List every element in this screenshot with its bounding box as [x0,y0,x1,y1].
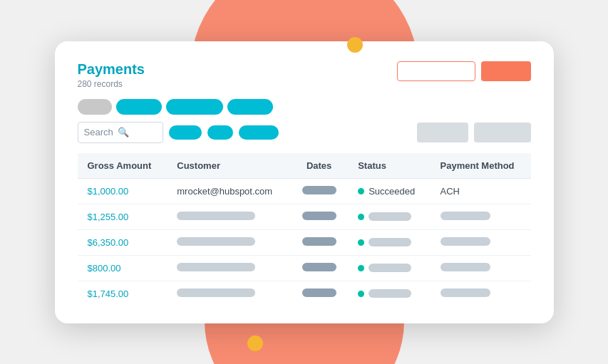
cell-customer: mrocket@hubspot.com [167,178,290,204]
filter-left: Search 🔍 [78,122,279,143]
gold-dot-bottom [247,336,263,351]
page-title: Payments [78,61,145,78]
search-icon: 🔍 [118,127,129,137]
col-customer: Customer [167,153,290,179]
cell-amount[interactable]: $800.00 [78,255,168,281]
cell-payment-method: ACH [431,178,531,204]
filter-button-2[interactable] [474,123,531,142]
tab-all[interactable] [78,99,112,115]
cell-date [290,255,348,281]
gold-dot-top [347,37,363,53]
cell-date [290,178,348,204]
table-row: $1,255.00 [78,204,531,229]
filter-bar: Search 🔍 [78,122,531,143]
cell-status: Succeeded [348,178,430,204]
search-box[interactable]: Search 🔍 [78,122,163,143]
table-row: $6,350.00 [78,229,531,255]
table-body: $1,000.00mrocket@hubspot.comSucceededACH… [78,178,531,306]
record-count: 280 records [78,79,145,89]
table-row: $800.00 [78,255,531,281]
filter-right [417,123,531,142]
table-row: $1,000.00mrocket@hubspot.comSucceededACH [78,178,531,204]
tab-bar [78,99,531,115]
cell-status [348,255,430,281]
cell-customer [167,229,290,255]
col-status: Status [348,153,430,179]
payments-table: Gross Amount Customer Dates Status Payme… [78,153,531,306]
cell-date [290,281,348,306]
table-row: $1,745.00 [78,281,531,306]
tab-filter3[interactable] [227,99,273,115]
filter-button-1[interactable] [417,123,468,142]
header-action-button[interactable] [481,61,531,81]
card-header: Payments 280 records [78,61,531,89]
filter-chip-1[interactable] [169,125,202,140]
cell-amount[interactable]: $1,745.00 [78,281,168,306]
cell-status [348,281,430,306]
title-block: Payments 280 records [78,61,145,89]
cell-customer [167,255,290,281]
cell-customer [167,204,290,229]
cell-customer [167,281,290,306]
cell-date [290,229,348,255]
cell-status [348,229,430,255]
search-label: Search [84,127,113,137]
payments-card: Payments 280 records Search 🔍 [55,41,554,323]
cell-amount[interactable]: $1,000.00 [78,178,168,204]
cell-date [290,204,348,229]
col-dates: Dates [290,153,348,179]
col-gross-amount: Gross Amount [78,153,168,179]
header-actions [397,61,531,81]
cell-amount[interactable]: $6,350.00 [78,229,168,255]
col-payment-method: Payment Method [431,153,531,179]
tab-filter2[interactable] [166,99,223,115]
cell-amount[interactable]: $1,255.00 [78,204,168,229]
cell-payment-method [431,255,531,281]
cell-payment-method [431,204,531,229]
cell-payment-method [431,281,531,306]
filter-chip-3[interactable] [239,125,279,140]
filter-chip-2[interactable] [207,125,233,140]
header-search-input[interactable] [397,61,475,81]
cell-status [348,204,430,229]
table-header: Gross Amount Customer Dates Status Payme… [78,153,531,179]
cell-payment-method [431,229,531,255]
tab-filter1[interactable] [116,99,162,115]
